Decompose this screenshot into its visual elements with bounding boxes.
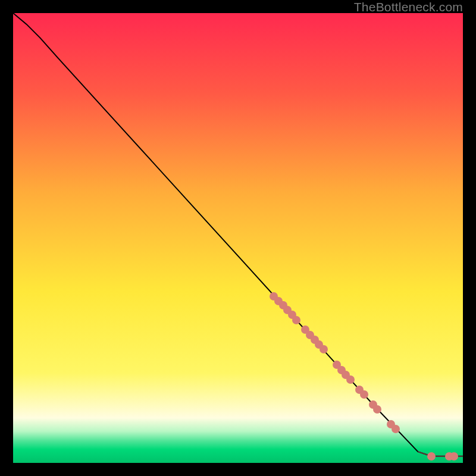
data-point — [427, 452, 436, 461]
data-point — [360, 390, 368, 399]
data-point — [373, 405, 381, 414]
data-point — [392, 425, 400, 433]
chart-background — [13, 13, 463, 463]
watermark-text: TheBottleneck.com — [354, 0, 463, 14]
data-point — [292, 316, 300, 324]
svg-rect-0 — [13, 13, 463, 463]
data-point — [320, 345, 328, 353]
data-point — [346, 375, 355, 384]
data-point — [450, 452, 458, 461]
chart-container — [13, 13, 463, 463]
